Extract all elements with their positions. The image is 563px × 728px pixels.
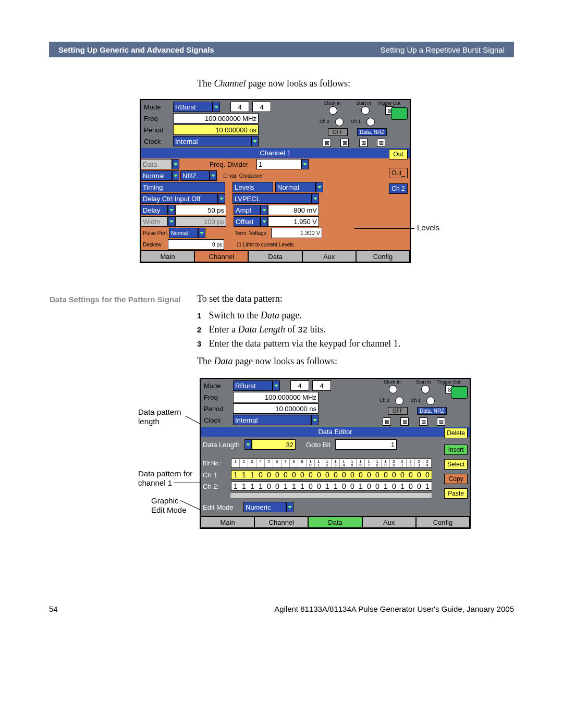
f2-ch2-label: Ch 2 [380, 398, 389, 403]
nav-channel[interactable]: Channel [194, 251, 248, 262]
ch1-label: Ch 1 [351, 119, 361, 124]
f2-nav-main[interactable]: Main [201, 516, 254, 528]
editmode-dd[interactable] [286, 502, 293, 512]
offset-dd[interactable] [261, 216, 268, 227]
off-label: OFF [328, 128, 348, 136]
timing-label: Timing [141, 182, 225, 192]
f2-off-label: OFF [388, 407, 408, 415]
freqdiv-label: Freq. Divider [210, 161, 256, 168]
f2-mode-n2[interactable]: 4 [312, 380, 331, 391]
f2-mode-dd[interactable] [273, 380, 280, 391]
delay-dd[interactable] [168, 205, 175, 215]
insert-button[interactable]: Insert [444, 445, 468, 455]
trigout-label: Trigger Out [377, 101, 400, 106]
data-label[interactable]: Data [141, 159, 172, 169]
dci-label[interactable]: Delay Ctrl Input Off [141, 193, 218, 204]
ch1-bits[interactable]: 111000000000000000000000 [231, 470, 432, 479]
offset-label[interactable]: Offset [234, 216, 261, 227]
x-indicator-1: ⊠ [323, 139, 331, 147]
normal-label[interactable]: Normal [141, 170, 172, 181]
delay-label[interactable]: Delay [141, 205, 168, 215]
step-2: 2 Enter a Data Length of 32 bits. [197, 324, 514, 335]
f2-run-button[interactable] [451, 386, 468, 399]
goto-value[interactable]: 1 [335, 439, 397, 450]
levels-annotation: Levels [417, 223, 439, 232]
select-button[interactable]: Select [444, 459, 468, 470]
tvolt-value[interactable]: 1.300 V [271, 228, 322, 238]
nrz-dd[interactable] [210, 170, 217, 181]
period-label: Period [142, 126, 173, 134]
f2-clock-value[interactable]: Internal [233, 415, 311, 425]
levels-label: Levels [232, 182, 273, 192]
f2-freq-value[interactable]: 100.000000 MHz [233, 392, 319, 402]
offset-value[interactable]: 1.950 V [268, 216, 319, 227]
nav-main[interactable]: Main [141, 251, 194, 262]
f2-nav-channel[interactable]: Channel [254, 516, 308, 528]
ampl-value[interactable]: 800 mV [268, 205, 319, 215]
deskew-value[interactable]: 0 ps [168, 239, 224, 250]
out_-button[interactable]: Out_ [389, 168, 408, 178]
scrollbar[interactable] [230, 492, 432, 499]
ampl-dd[interactable] [261, 205, 268, 215]
channel-page-screenshot: Mode RBurst 4 4 Freq 100.000000 MHz Peri… [140, 99, 411, 263]
lvlnorm-label[interactable]: Normal [275, 182, 316, 192]
varcross-label: ☐ var. Crossover [221, 173, 263, 179]
f2-period-value[interactable]: 10.000000 ns [233, 403, 319, 414]
data-page-screenshot: Mode RBurst 4 4 Freq 100.000000 MHz Peri… [200, 378, 471, 529]
dlen-label: Data Length [201, 441, 244, 449]
f2-nav-config[interactable]: Config [416, 516, 470, 528]
header-right: Setting Up a Repetitive Burst Signal [381, 45, 505, 54]
nav-data[interactable]: Data [248, 251, 302, 262]
copy-button[interactable]: Copy [444, 474, 468, 484]
ch2-button[interactable]: Ch 2 [389, 183, 408, 194]
f2-trigout-label: Trigger Out [437, 379, 460, 385]
freq-value[interactable]: 100.000000 MHz [173, 113, 259, 124]
f2-clockin-label: Clock In [384, 379, 401, 385]
f2-nav-aux[interactable]: Aux [362, 516, 416, 528]
ppnorm-label[interactable]: Normal [169, 228, 198, 238]
ch2-bits[interactable]: 111100111001100100101001 [231, 482, 432, 491]
f2-clock-dd[interactable] [311, 415, 319, 425]
mode-n2[interactable]: 4 [252, 102, 271, 112]
width-dd[interactable] [168, 216, 175, 227]
bitno-label: Bit No.: [201, 460, 231, 466]
startin-indicator [361, 106, 370, 115]
ampl-label[interactable]: Ampl [234, 205, 261, 215]
clock-dropdown-icon[interactable] [251, 136, 259, 146]
period-value[interactable]: 10.000000 ns [173, 125, 259, 135]
delete-button[interactable]: Delete [444, 428, 468, 438]
out-button[interactable]: Out [389, 149, 408, 159]
data-dd[interactable] [172, 159, 179, 169]
mode-dropdown-icon[interactable] [213, 102, 220, 112]
clock-value[interactable]: Internal [173, 136, 251, 146]
dlen-value[interactable]: 32 [252, 439, 296, 450]
normal-dd[interactable] [172, 170, 179, 181]
page-header: Setting Up Generic and Advanced Signals … [49, 42, 514, 57]
nrz-label[interactable]: NRZ [180, 170, 210, 181]
section-heading-2: Data Settings for the Pattern Signal [50, 295, 181, 304]
paste-button[interactable]: Paste [444, 488, 468, 499]
editmode-value[interactable]: Numeric [243, 502, 286, 512]
header-left: Setting Up Generic and Advanced Signals [58, 45, 214, 54]
freqdiv-value[interactable]: 1 [256, 159, 301, 169]
delay-value[interactable]: 50 ps [175, 205, 226, 215]
f2-nav-data[interactable]: Data [308, 516, 362, 528]
ppnorm-dd[interactable] [198, 228, 205, 238]
intro-text-1: The Channel page now looks as follows: [197, 78, 350, 89]
lvpecl-dd[interactable] [312, 193, 319, 204]
nav-config[interactable]: Config [356, 251, 410, 262]
nav-aux[interactable]: Aux [302, 251, 356, 262]
mode-n1[interactable]: 4 [230, 102, 249, 112]
dlen-dd[interactable] [244, 439, 252, 450]
f2-mode-value[interactable]: RBurst [233, 380, 273, 391]
freqdiv-dd[interactable] [301, 159, 309, 169]
body-end: The Data page now looks as follows: [197, 356, 514, 367]
f2-mode-n1[interactable]: 4 [290, 380, 309, 391]
dci-dd[interactable] [218, 193, 225, 204]
lvpecl-label[interactable]: LVPECL [232, 193, 312, 204]
run-button[interactable] [391, 107, 408, 120]
mode-value[interactable]: RBurst [173, 102, 213, 112]
ch2-label: Ch 2 [320, 119, 329, 124]
lvlnorm-dd[interactable] [316, 182, 323, 192]
goto-label: Goto Bit [306, 441, 335, 449]
